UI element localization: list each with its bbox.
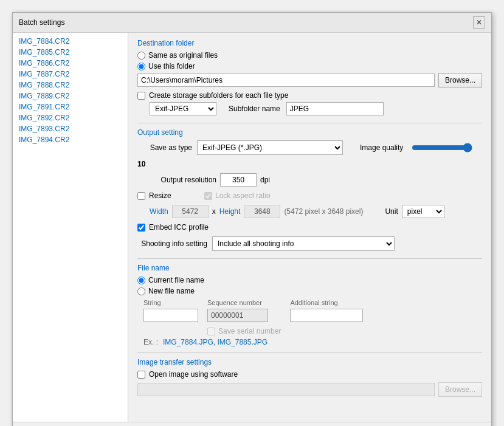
example-label: Ex. : [143,338,158,346]
list-item[interactable]: IMG_7893.CR2 [16,123,125,134]
current-filename-label: Current file name [148,276,204,284]
resolution-row: Output resolution dpi [137,173,482,187]
new-filename-radio[interactable] [137,287,145,295]
new-filename-label: New file name [148,287,195,295]
save-as-row: Save as type Exif-JPEG (*.JPG)TIFF (*.TI… [137,140,482,168]
filename-inputs-row: String Sequence number Save serial numbe… [137,299,482,335]
new-filename-row: New file name [137,287,482,295]
shooting-info-row: Shooting info setting Include all shooti… [137,236,482,251]
additional-col: Additional string [290,299,363,322]
quality-slider[interactable] [412,143,472,153]
save-as-label: Save as type [137,143,192,152]
software-path-row: Browse... [137,382,482,397]
list-item[interactable]: IMG_7886.CR2 [16,58,125,69]
use-this-folder-radio[interactable] [137,63,145,70]
same-as-original-row: Same as original files [137,51,482,60]
dpi-label: dpi [260,176,270,184]
resolution-input[interactable] [220,173,257,187]
filename-section: File name Current file name New file nam… [137,264,482,346]
create-subfolders-label: Create storage subfolders for each file … [149,91,288,100]
embed-icc-label: Embed ICC profile [149,223,209,232]
destination-title: Destination folder [137,39,482,47]
output-title: Output setting [137,128,482,137]
lock-aspect-label: Lock aspect ratio [215,191,271,200]
shooting-info-label: Shooting info setting [137,239,207,248]
list-item[interactable]: IMG_7894.CR2 [16,134,125,145]
image-transfer-section: Image transfer settings Open image using… [137,358,482,397]
dialog-body: IMG_7884.CR2IMG_7885.CR2IMG_7886.CR2IMG_… [13,33,491,422]
open-image-checkbox[interactable] [137,371,145,379]
open-image-label: Open image using software [149,370,238,379]
save-as-select[interactable]: Exif-JPEG (*.JPG)TIFF (*.TIF)PNG (*.PNG) [197,140,343,155]
embed-icc-checkbox[interactable] [137,224,145,232]
close-button[interactable]: ✕ [473,16,485,29]
example-row: Ex. : IMG_7884.JPG, IMG_7885.JPG [137,338,482,346]
quality-label: Image quality [360,143,403,152]
list-item[interactable]: IMG_7889.CR2 [16,91,125,101]
string-label: String [143,299,198,306]
title-bar: Batch settings ✕ [13,13,491,33]
list-item[interactable]: IMG_7892.CR2 [16,112,125,123]
main-content: Destination folder Same as original file… [128,33,491,422]
dialog-footer: Convert RAW images only Execute Cancel [13,422,491,426]
resize-checkbox-row: Resize [137,191,186,200]
same-as-original-label: Same as original files [148,51,218,60]
dialog-title: Batch settings [19,18,64,27]
resize-label: Resize [149,191,171,200]
dimensions-row: Width x Height (5472 pixel x 3648 pixel)… [137,205,482,218]
folder-browse-button[interactable]: Browse... [438,73,482,88]
embed-icc-row: Embed ICC profile [137,223,482,232]
sequence-col: Sequence number Save serial number [207,299,281,335]
dimensions-info: (5472 pixel x 3648 pixel) [284,207,363,216]
software-path-input[interactable] [137,383,435,396]
list-item[interactable]: IMG_7888.CR2 [16,80,125,91]
example-value: IMG_7884.JPG, IMG_7885.JPG [163,338,268,346]
additional-label: Additional string [290,299,363,306]
create-subfolders-row: Create storage subfolders for each file … [137,91,482,100]
batch-settings-dialog: Batch settings ✕ IMG_7884.CR2IMG_7885.CR… [12,12,492,426]
file-list: IMG_7884.CR2IMG_7885.CR2IMG_7886.CR2IMG_… [13,33,128,422]
subfolder-type-select[interactable]: Exif-JPEG [150,102,216,115]
use-this-folder-label: Use this folder [148,62,195,70]
transfer-title: Image transfer settings [137,358,482,366]
list-item[interactable]: IMG_7891.CR2 [16,101,125,112]
unit-select[interactable]: pixelcminch [402,205,444,218]
width-label: Width [150,207,168,216]
string-col: String [143,299,198,322]
subfolder-name-label: Subfolder name [229,105,280,113]
resize-checkbox[interactable] [137,192,145,200]
shooting-info-select[interactable]: Include all shooting infoNo shooting inf… [212,236,395,251]
output-section: Output setting Save as type Exif-JPEG (*… [137,128,482,251]
subfolder-type-row: Exif-JPEG Subfolder name [137,102,482,115]
quality-value: 10 [137,160,150,168]
current-filename-radio[interactable] [137,277,145,284]
sequence-input[interactable] [207,309,268,322]
open-image-row: Open image using software [137,370,482,379]
use-this-folder-row: Use this folder [137,62,482,70]
destination-section: Destination folder Same as original file… [137,39,482,115]
sequence-label: Sequence number [207,299,281,306]
create-subfolders-checkbox[interactable] [137,92,145,100]
string-input[interactable] [143,309,198,322]
software-browse-button[interactable]: Browse... [438,382,482,397]
list-item[interactable]: IMG_7887.CR2 [16,69,125,80]
lock-aspect-checkbox[interactable] [204,192,212,200]
current-filename-row: Current file name [137,276,482,284]
folder-path-input[interactable] [137,74,435,87]
filename-title: File name [137,264,482,272]
save-serial-checkbox[interactable] [207,328,215,335]
resolution-label: Output resolution [150,176,216,184]
lock-aspect-container: Lock aspect ratio [186,191,271,200]
unit-label: Unit [385,207,398,216]
subfolder-name-input[interactable] [286,102,384,115]
height-input[interactable] [244,205,280,218]
width-input[interactable] [172,205,209,218]
save-serial-row: Save serial number [207,327,281,335]
height-label: Height [219,207,241,216]
save-serial-label: Save serial number [218,327,281,335]
resize-lock-row: Resize Lock aspect ratio [137,191,482,200]
list-item[interactable]: IMG_7885.CR2 [16,47,125,58]
list-item[interactable]: IMG_7884.CR2 [16,36,125,47]
same-as-original-radio[interactable] [137,52,145,60]
additional-input[interactable] [290,309,363,322]
